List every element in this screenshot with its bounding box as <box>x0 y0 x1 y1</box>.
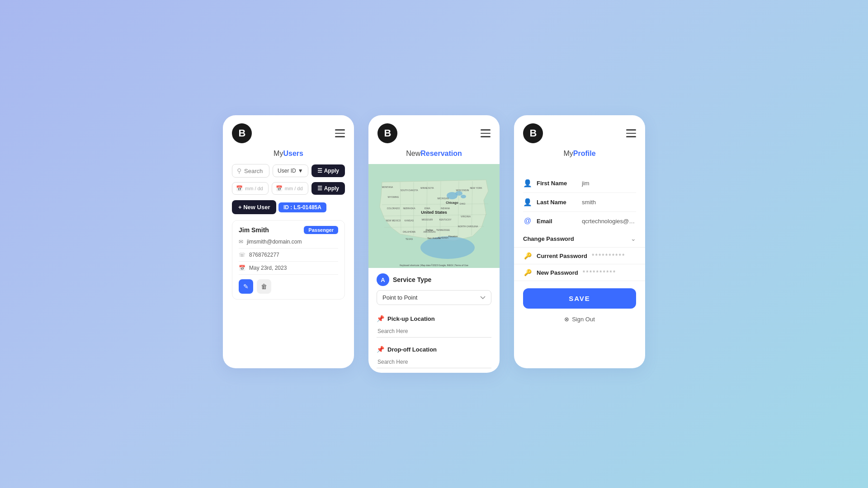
passenger-badge: Passenger <box>304 226 338 234</box>
profile-header: B <box>523 123 636 143</box>
svg-text:Keyboard shortcuts | Map data : Keyboard shortcuts | Map data ©2023 Goog… <box>400 264 468 267</box>
change-password-label: Change Password <box>523 235 574 242</box>
sign-out-row: ⊗ Sign Out <box>514 313 645 328</box>
person-icon-1: 👤 <box>523 179 532 188</box>
current-password-value: ********** <box>592 252 636 259</box>
date-apply-button[interactable]: ☰ Apply <box>311 182 345 195</box>
lastname-value: smith <box>582 199 636 206</box>
svg-text:Chicago: Chicago <box>446 201 458 205</box>
profile-menu-button[interactable] <box>626 129 636 137</box>
save-button[interactable]: SAVE <box>523 288 636 309</box>
sign-out-label: Sign Out <box>572 316 595 323</box>
service-label-row: A Service Type <box>377 273 491 286</box>
svg-text:MISSOURI: MISSOURI <box>422 218 433 221</box>
users-menu-button[interactable] <box>335 129 345 137</box>
user-card: Jim Smith Passenger ✉ jimsmith@domain.co… <box>232 220 345 300</box>
search-box[interactable]: ⚲ <box>232 164 269 178</box>
current-password-row: 🔑 Current Password ********** <box>514 248 645 264</box>
signout-icon: ⊗ <box>564 316 569 323</box>
search-apply-button[interactable]: ☰ Apply <box>311 164 345 177</box>
svg-text:NORTH CAROLINA: NORTH CAROLINA <box>458 225 478 228</box>
profile-firstname-row: 👤 First Name jim <box>523 174 636 193</box>
users-logo: B <box>232 123 252 143</box>
svg-text:United States: United States <box>421 210 447 215</box>
svg-text:Houston: Houston <box>448 235 458 238</box>
dropoff-label: 📌 Drop-off Location <box>377 346 491 353</box>
current-password-label: Current Password <box>537 253 587 259</box>
dropoff-section: 📌 Drop-off Location <box>368 342 500 373</box>
pickup-label: 📌 Pick-up Location <box>377 315 491 322</box>
user-card-header: Jim Smith Passenger <box>239 226 338 234</box>
new-password-row: 🔑 New Password ********** <box>514 264 645 281</box>
date-to-input[interactable]: 📅 mm / dd <box>272 182 308 195</box>
service-type-label: Service Type <box>393 276 431 283</box>
sign-out-button[interactable]: ⊗ Sign Out <box>564 316 595 323</box>
new-user-button[interactable]: + New User <box>232 200 276 214</box>
lastname-label: Last Name <box>537 199 577 206</box>
map-container: Chicago United States Dallas San Antonio… <box>368 164 500 268</box>
reservation-menu-button[interactable] <box>481 129 491 137</box>
user-email-row: ✉ jimsmith@domain.com <box>239 239 338 249</box>
key-icon-1: 🔑 <box>523 252 532 259</box>
search-input[interactable] <box>244 168 264 174</box>
user-phone-row: ☏ 8768762277 <box>239 252 338 262</box>
email-icon: @ <box>523 217 532 225</box>
date-icon: 📅 <box>239 265 245 271</box>
svg-text:OKLAHOMA: OKLAHOMA <box>403 230 416 233</box>
firstname-label: First Name <box>537 180 577 187</box>
pickup-search-input[interactable] <box>377 325 491 338</box>
svg-point-5 <box>420 236 475 259</box>
panel-users: B MyUsers ⚲ User ID ▼ ☰ <box>223 115 354 368</box>
filter-icon-2: ☰ <box>317 185 322 192</box>
service-avatar: A <box>377 273 389 286</box>
svg-text:INDIANA: INDIANA <box>441 207 450 210</box>
delete-user-button[interactable]: 🗑 <box>257 279 271 294</box>
svg-text:NEW YORK: NEW YORK <box>470 187 482 189</box>
phone-icon: ☏ <box>239 252 245 258</box>
new-password-value: ********** <box>583 269 636 276</box>
users-search-row: ⚲ User ID ▼ ☰ Apply <box>232 164 345 178</box>
panel-reservation: B NewReservation <box>368 115 500 373</box>
svg-text:KANSAS: KANSAS <box>405 219 414 222</box>
svg-text:MINNESOTA: MINNESOTA <box>420 187 434 189</box>
svg-text:ARKANSAS: ARKANSAS <box>423 230 436 233</box>
user-date: May 23rd, 2023 <box>249 265 287 271</box>
svg-text:MICHIGAN: MICHIGAN <box>438 197 449 200</box>
profile-email-row: @ Email qcrtechnologies@gm... <box>523 212 636 230</box>
change-password-row[interactable]: Change Password ⌄ <box>514 230 645 248</box>
svg-text:IOWA: IOWA <box>424 207 430 210</box>
key-icon-2: 🔑 <box>523 269 532 276</box>
pickup-location-icon: 📌 <box>377 315 384 322</box>
reservation-title: NewReservation <box>377 150 491 158</box>
users-title: MyUsers <box>232 150 345 158</box>
mail-icon: ✉ <box>239 239 243 245</box>
user-card-actions: ✎ 🗑 <box>239 279 338 294</box>
date-from-input[interactable]: 📅 mm / dd <box>232 182 269 195</box>
svg-text:COLORADO: COLORADO <box>387 207 400 210</box>
svg-text:TENNESSEE: TENNESSEE <box>436 229 450 231</box>
svg-text:NEBRASKA: NEBRASKA <box>403 207 415 210</box>
svg-text:OHIO: OHIO <box>460 202 466 205</box>
reservation-logo: B <box>377 123 397 143</box>
userid-dropdown[interactable]: User ID ▼ <box>273 164 308 177</box>
pickup-section: 📌 Pick-up Location <box>368 315 500 342</box>
user-email: jimsmith@domain.com <box>247 239 302 245</box>
users-header: B <box>232 123 345 143</box>
email-label: Email <box>537 218 577 225</box>
edit-user-button[interactable]: ✎ <box>239 279 253 294</box>
user-phone: 8768762277 <box>249 252 279 258</box>
service-type-select[interactable]: Point to Point Hourly One Way <box>377 290 491 305</box>
map-svg: Chicago United States Dallas San Antonio… <box>368 164 500 268</box>
svg-text:ALABAMA: ALABAMA <box>438 236 448 239</box>
svg-text:NEW MEXICO: NEW MEXICO <box>386 219 401 222</box>
profile-logo: B <box>523 123 543 143</box>
profile-lastname-row: 👤 Last Name smith <box>523 193 636 212</box>
user-date-row: 📅 May 23rd, 2023 <box>239 265 338 275</box>
email-value: qcrtechnologies@gm... <box>582 218 636 225</box>
svg-text:SOUTH DAKOTA: SOUTH DAKOTA <box>400 189 418 192</box>
search-icon: ⚲ <box>237 167 241 174</box>
chevron-down-icon: ▼ <box>298 168 303 174</box>
id-badge: ID : LS-01485A <box>278 202 326 212</box>
firstname-value: jim <box>582 180 636 187</box>
dropoff-search-input[interactable] <box>377 356 491 368</box>
